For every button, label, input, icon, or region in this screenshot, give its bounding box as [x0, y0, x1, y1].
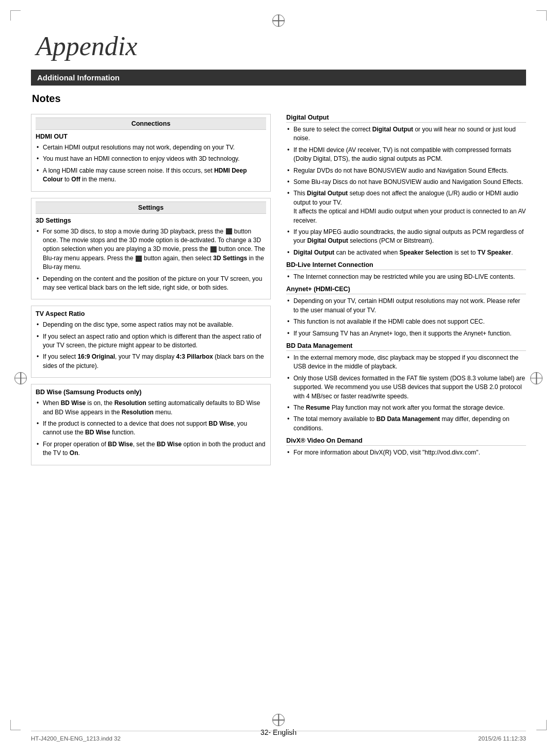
settings-header: Settings [36, 201, 266, 214]
list-item: Regular DVDs do not have BONUSVIEW audio… [286, 166, 526, 175]
header-area: Appendix Additional Information Notes [31, 21, 526, 105]
button-icon [210, 246, 217, 253]
bd-wise-list: When BD Wise is on, the Resolution setti… [36, 399, 266, 458]
list-item: If you select 16:9 Original, your TV may… [36, 352, 266, 371]
divx-list: For more information about DivX(R) VOD, … [286, 448, 526, 457]
notes-title: Notes [31, 93, 526, 105]
list-item: Only those USB devices formatted in the … [286, 374, 526, 401]
page-title: Appendix [31, 31, 526, 61]
list-item: Depending on the disc type, some aspect … [36, 321, 266, 329]
list-item: A long HDMI cable may cause screen noise… [36, 166, 266, 184]
3d-settings-list: For some 3D discs, to stop a movie durin… [36, 227, 266, 293]
list-item: Depending on the content and the positio… [36, 275, 266, 293]
list-item: Certain HDMI output resolutions may not … [36, 143, 266, 152]
footer-left: HT-J4200_EN-ENG_1213.indd 32 [31, 735, 121, 742]
hdmi-out-list: Certain HDMI output resolutions may not … [36, 143, 266, 184]
button-icon [226, 228, 232, 234]
section-header: Additional Information [31, 70, 526, 86]
tv-aspect-list: Depending on the disc type, some aspect … [36, 321, 266, 371]
bd-wise-heading: BD Wise (Samsung Products only) [36, 389, 266, 396]
list-item: For more information about DivX(R) VOD, … [286, 448, 526, 457]
list-item: Digital Output can be activated when Spe… [286, 248, 526, 257]
button-icon [136, 256, 142, 262]
hdmi-out-heading: HDMI OUT [36, 133, 266, 140]
list-item: For some 3D discs, to stop a movie durin… [36, 227, 266, 272]
list-item: This function is not available if the HD… [286, 317, 526, 326]
connections-block: Connections HDMI OUT Certain HDMI output… [31, 114, 271, 192]
footer-right: 2015/2/6 11:12:33 [478, 735, 526, 742]
right-column: Digital Output Be sure to select the cor… [286, 114, 526, 472]
list-item: If the product is connected to a device … [36, 419, 266, 438]
settings-block: Settings 3D Settings For some 3D discs, … [31, 198, 271, 300]
connections-header: Connections [36, 117, 266, 130]
bd-data-list: In the external memory mode, disc playba… [286, 354, 526, 433]
digital-output-heading: Digital Output [286, 114, 526, 123]
bd-wise-block: BD Wise (Samsung Products only) When BD … [31, 384, 271, 465]
list-item: The Internet connection may be restricte… [286, 273, 526, 281]
tv-aspect-block: TV Aspect Ratio Depending on the disc ty… [31, 306, 271, 378]
list-item: This Digital Output setup does not affec… [286, 189, 526, 225]
list-item: For proper operation of BD Wise, set the… [36, 440, 266, 458]
list-item: When BD Wise is on, the Resolution setti… [36, 399, 266, 417]
page-container: Appendix Additional Information Notes Co… [0, 0, 557, 756]
divx-heading: DivX® Video On Demand [286, 437, 526, 446]
tv-aspect-heading: TV Aspect Ratio [36, 310, 266, 317]
list-item: Some Blu-ray Discs do not have BONUSVIEW… [286, 178, 526, 187]
left-column: Connections HDMI OUT Certain HDMI output… [31, 114, 271, 472]
list-item: The Resume Play function may not work af… [286, 404, 526, 412]
digital-output-list: Be sure to select the correct Digital Ou… [286, 125, 526, 257]
list-item: Depending on your TV, certain HDMI outpu… [286, 297, 526, 315]
anynet-heading: Anynet+ (HDMI-CEC) [286, 285, 526, 294]
list-item: If the HDMI device (AV receiver, TV) is … [286, 146, 526, 164]
two-col-layout: Connections HDMI OUT Certain HDMI output… [31, 114, 526, 472]
list-item: If you select an aspect ratio and option… [36, 332, 266, 350]
bd-live-list: The Internet connection may be restricte… [286, 273, 526, 281]
list-item: In the external memory mode, disc playba… [286, 354, 526, 372]
list-item: You must have an HDMI connection to enjo… [36, 155, 266, 163]
list-item: The total memory available to BD Data Ma… [286, 415, 526, 433]
anynet-list: Depending on your TV, certain HDMI outpu… [286, 297, 526, 338]
bd-data-heading: BD Data Management [286, 342, 526, 351]
list-item: Be sure to select the correct Digital Ou… [286, 125, 526, 143]
3d-settings-heading: 3D Settings [36, 217, 266, 224]
list-item: If you play MPEG audio soundtracks, the … [286, 228, 526, 246]
list-item: If your Samsung TV has an Anynet+ logo, … [286, 329, 526, 338]
bd-live-heading: BD-Live Internet Connection [286, 261, 526, 270]
footer: HT-J4200_EN-ENG_1213.indd 32 2015/2/6 11… [31, 731, 526, 742]
